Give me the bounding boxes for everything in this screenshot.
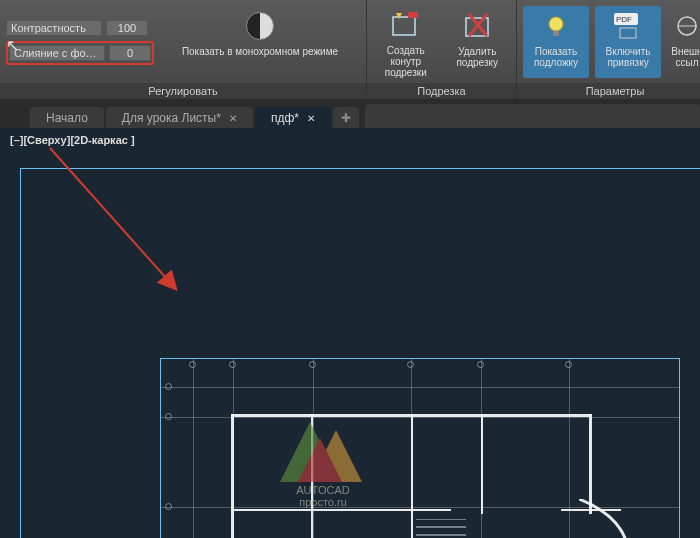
fade-row: Слияние с фон... 0 bbox=[9, 44, 151, 62]
model-viewport[interactable]: [–][Сверху][2D-каркас ] bbox=[0, 128, 700, 538]
fade-label: Слияние с фон... bbox=[9, 45, 105, 61]
new-tab-button[interactable]: ✚ bbox=[333, 107, 359, 129]
contrast-row: Контрастность 100 bbox=[6, 19, 154, 37]
monochrome-label: Показать в монохромном режиме bbox=[182, 46, 338, 57]
contrast-value[interactable]: 100 bbox=[106, 20, 148, 36]
create-clip-icon bbox=[388, 10, 424, 41]
external-links-icon bbox=[669, 10, 700, 42]
tab-home[interactable]: Начало bbox=[30, 107, 104, 129]
contrast-label: Контрастность bbox=[6, 20, 102, 36]
svg-rect-0 bbox=[393, 17, 415, 35]
tab-pdf-label: пдф* bbox=[271, 111, 299, 125]
close-icon[interactable]: ✕ bbox=[229, 113, 237, 124]
tabstrip-filler bbox=[365, 104, 700, 128]
tab-pdf[interactable]: пдф*✕ bbox=[255, 107, 331, 129]
tab-sheets[interactable]: Для урока Листы*✕ bbox=[106, 107, 253, 129]
enable-snap-button[interactable]: PDF Включить привязку bbox=[595, 6, 661, 78]
ribbon-toolbar: Контрастность 100 Слияние с фон... 0 Пок… bbox=[0, 0, 700, 100]
external-links-button[interactable]: Внешн ссыл bbox=[667, 6, 700, 78]
tab-sheets-label: Для урока Листы* bbox=[122, 111, 221, 125]
create-clip-button[interactable]: Создать конутр подрезки bbox=[373, 6, 439, 78]
show-monochrome-button[interactable]: Показать в монохромном режиме bbox=[160, 6, 360, 78]
group-clip-title: Подрезка bbox=[367, 83, 516, 99]
create-clip-label: Создать конутр подрезки bbox=[373, 45, 439, 78]
svg-text:PDF: PDF bbox=[616, 15, 632, 24]
pdf-snap-icon: PDF bbox=[610, 10, 646, 42]
enable-snap-label: Включить привязку bbox=[595, 46, 661, 68]
show-underlay-label: Показать подложку bbox=[523, 46, 589, 68]
ribbon-group-params: Показать подложку PDF Включить привязку … bbox=[517, 0, 700, 99]
svg-rect-2 bbox=[408, 12, 418, 18]
lightbulb-on-icon bbox=[538, 10, 574, 42]
remove-clip-button[interactable]: Удалить подрезку bbox=[445, 6, 511, 78]
view-controls-label[interactable]: [–][Сверху][2D-каркас ] bbox=[10, 134, 135, 146]
monochrome-icon bbox=[242, 10, 278, 42]
tab-home-label: Начало bbox=[46, 111, 88, 125]
ribbon-group-clip: Создать конутр подрезки Удалить подрезку… bbox=[367, 0, 517, 99]
close-icon[interactable]: ✕ bbox=[307, 113, 315, 124]
svg-rect-7 bbox=[553, 31, 559, 36]
svg-point-6 bbox=[549, 17, 563, 31]
ribbon-group-regulate: Контрастность 100 Слияние с фон... 0 Пок… bbox=[0, 0, 367, 99]
group-params-title: Параметры bbox=[517, 83, 700, 99]
param-block: Контрастность 100 Слияние с фон... 0 bbox=[6, 19, 154, 65]
show-underlay-button[interactable]: Показать подложку bbox=[523, 6, 589, 78]
fade-row-highlight: Слияние с фон... 0 bbox=[6, 41, 154, 65]
document-tabstrip: Начало Для урока Листы*✕ пдф*✕ ✚ bbox=[0, 100, 700, 128]
remove-clip-icon bbox=[459, 10, 495, 42]
svg-marker-1 bbox=[396, 13, 402, 19]
external-links-label: Внешн ссыл bbox=[667, 46, 700, 68]
pdf-underlay-drawing[interactable] bbox=[160, 358, 680, 538]
fade-value[interactable]: 0 bbox=[109, 45, 151, 61]
remove-clip-label: Удалить подрезку bbox=[445, 46, 511, 68]
group-regulate-title: Регулировать bbox=[0, 83, 366, 99]
svg-rect-10 bbox=[620, 28, 636, 38]
